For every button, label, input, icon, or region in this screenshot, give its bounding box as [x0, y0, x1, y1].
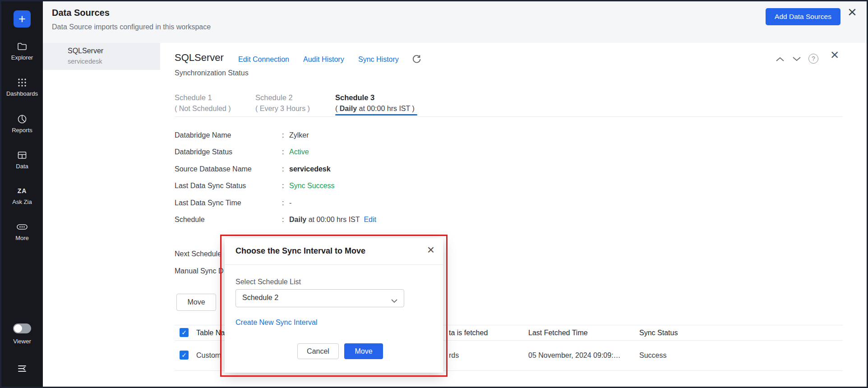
datasource-name: SQLServer	[68, 47, 103, 55]
check-icon: ✓	[181, 329, 187, 336]
move-tables-button[interactable]: Move	[176, 294, 216, 311]
tab-schedule-3[interactable]: Schedule 3 ( Daily at 00:00 hrs IST )	[335, 93, 415, 113]
select-schedule-label: Select Schedule List	[235, 278, 301, 286]
dialog-title: Choose the Sync Interval to Move	[235, 246, 365, 256]
create-button[interactable]: +	[14, 10, 31, 28]
sync-history-link[interactable]: Sync History	[358, 55, 399, 64]
check-icon: ✓	[181, 351, 187, 359]
audit-history-link[interactable]: Audit History	[303, 55, 344, 64]
viewer-toggle[interactable]	[13, 323, 31, 333]
ellipsis-icon	[16, 222, 28, 232]
sidebar-item-label: Explorer	[11, 54, 33, 61]
sidebar-item-label: Reports	[12, 127, 32, 134]
sidebar-item-label: More	[15, 235, 29, 241]
refresh-icon[interactable]	[411, 55, 421, 66]
active-tab-underline	[335, 114, 417, 115]
row-table-name: Custom	[196, 351, 221, 360]
datasource-list-item-sqlserver[interactable]: SQLServer servicedesk	[43, 43, 160, 70]
select-all-checkbox[interactable]: ✓	[180, 328, 189, 337]
dialog-close-icon[interactable]: ×	[424, 244, 438, 256]
page-subtitle: Data Source imports configured in this w…	[52, 23, 211, 31]
app-window: + Explorer Dashboards	[0, 0, 868, 388]
create-sync-interval-link[interactable]: Create New Sync Interval	[235, 319, 317, 327]
help-icon[interactable]: ?	[808, 54, 818, 64]
row-checkbox[interactable]: ✓	[180, 351, 189, 360]
pie-chart-icon	[17, 114, 28, 125]
datasource-title: SQLServer	[175, 52, 224, 64]
dots-grid-icon	[17, 77, 28, 88]
row-sync-status: Success	[639, 351, 666, 360]
move-sync-interval-dialog: Choose the Sync Interval to Move × Selec…	[225, 238, 443, 373]
detail-row-schedule: Schedule:Daily at 00:00 hrs IST Edit	[175, 216, 376, 224]
edit-schedule-link[interactable]: Edit	[364, 216, 376, 223]
collapse-sidebar-icon[interactable]	[17, 363, 28, 376]
sidebar-item-label: Ask Zia	[12, 199, 32, 205]
detail-row-source-database: Source Database Name:servicedesk	[175, 165, 331, 173]
tab-schedule-2[interactable]: Schedule 2 ( Every 3 Hours )	[255, 93, 310, 113]
close-detail-icon[interactable]: ×	[827, 47, 842, 62]
sidebar-item-explorer[interactable]: Explorer	[1, 41, 43, 61]
datasource-list-panel: SQLServer servicedesk	[43, 43, 161, 387]
col-header-data-fetched: ta is fetched	[449, 329, 488, 337]
add-data-sources-button[interactable]: Add Data Sources	[766, 8, 840, 25]
sidebar-item-dashboards[interactable]: Dashboards	[1, 77, 43, 97]
sidebar-item-more[interactable]: More	[1, 222, 43, 241]
sync-success-value: Sync Success	[289, 182, 334, 189]
chevron-down-icon	[391, 297, 397, 305]
status-active-value: Active	[289, 148, 309, 156]
zia-icon: ZA	[18, 185, 27, 196]
table-grid-icon	[17, 150, 28, 161]
page-header: Data Sources Data Source imports configu…	[43, 1, 867, 43]
detail-row-databridge-name: Databridge Name:Zylker	[175, 131, 309, 139]
page-title: Data Sources	[52, 8, 110, 18]
viewer-toggle-label: Viewer	[1, 338, 43, 345]
sync-status-section-label: Synchronization Status	[175, 69, 249, 77]
detail-row-databridge-status: Databridge Status:Active	[175, 148, 309, 156]
cancel-button[interactable]: Cancel	[297, 343, 339, 359]
move-button[interactable]: Move	[344, 343, 383, 359]
sidebar-item-data[interactable]: Data	[1, 150, 43, 170]
sidebar: + Explorer Dashboards	[1, 1, 43, 387]
sidebar-item-label: Data	[16, 163, 28, 170]
col-header-sync-status: Sync Status	[639, 329, 678, 337]
detail-row-last-sync-status: Last Data Sync Status:Sync Success	[175, 182, 334, 190]
schedule-dropdown[interactable]: Schedule 2	[235, 289, 404, 307]
edit-connection-link[interactable]: Edit Connection	[238, 55, 289, 64]
schedule-dropdown-value: Schedule 2	[242, 294, 278, 302]
sidebar-item-label: Dashboards	[6, 90, 38, 97]
sidebar-item-reports[interactable]: Reports	[1, 114, 43, 134]
chevron-down-icon[interactable]	[792, 55, 801, 64]
plus-icon: +	[18, 12, 26, 26]
chevron-up-icon[interactable]	[776, 55, 785, 64]
datasource-database: servicedesk	[68, 58, 102, 65]
close-page-icon[interactable]: ×	[845, 4, 859, 19]
tab-schedule-1[interactable]: Schedule 1 ( Not Scheduled )	[175, 93, 231, 113]
row-data-fetched: rds	[449, 351, 459, 360]
sidebar-item-ask-zia[interactable]: ZA Ask Zia	[1, 185, 43, 205]
col-header-last-fetched-time: Last Fetched Time	[528, 329, 588, 337]
dialog-header: Choose the Sync Interval to Move ×	[225, 238, 443, 265]
row-last-fetched-time: 05 November, 2024 09:09:…	[528, 351, 621, 360]
detail-row-last-sync-time: Last Data Sync Time:-	[175, 199, 291, 207]
toggle-knob	[14, 324, 22, 333]
folder-icon	[17, 41, 28, 52]
tabs-divider	[175, 116, 843, 117]
